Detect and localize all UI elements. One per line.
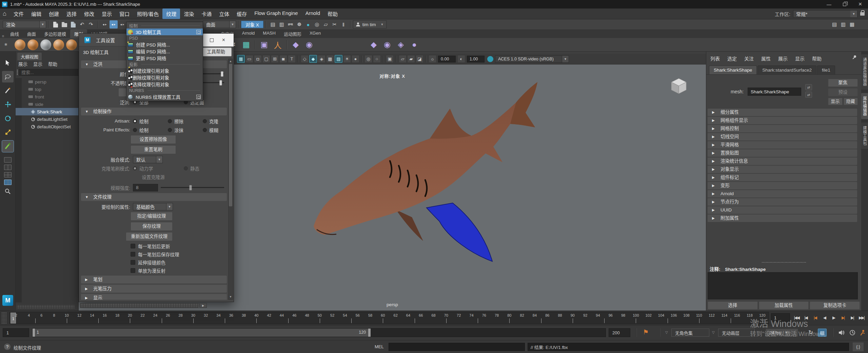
ae-tab-Shark:SharkShape[interactable]: Shark:SharkShape — [709, 66, 757, 74]
xgen-guides-icon[interactable]: ◉ — [303, 39, 315, 51]
script-editor-icon[interactable]: {;} — [852, 342, 864, 352]
outliner-item-persp[interactable]: persp — [16, 78, 78, 86]
lasso-tool-icon[interactable] — [2, 71, 14, 82]
mute-audio-icon[interactable] — [837, 329, 846, 337]
layout-persp-outliner-icon[interactable] — [4, 180, 12, 185]
window-minimize-icon[interactable] — [210, 38, 214, 42]
gate-mask-icon[interactable]: ▢ — [262, 55, 270, 63]
set-clone-source-button[interactable]: 设置克隆源 — [131, 173, 176, 182]
live-surface-dropdown[interactable]: 曲面▼ — [203, 21, 236, 28]
menu-选择[interactable]: 选择 — [63, 8, 80, 19]
hide-button[interactable]: 隐藏 — [844, 98, 858, 105]
play-backwards-button[interactable]: ◀ — [820, 313, 829, 322]
xgen-modifier-icon[interactable]: ◈ — [395, 39, 407, 51]
hypershade-icon[interactable]: ● — [304, 20, 312, 29]
render-settings-icon[interactable]: ☸ — [295, 20, 303, 29]
menuset-dropdown[interactable]: 渲染▼ — [3, 21, 46, 28]
shelf-tab-Arnold[interactable]: Arnold — [238, 30, 259, 38]
menu-文件[interactable]: 文件 — [10, 8, 27, 19]
character-set-dropdown[interactable]: 无角色集 — [671, 329, 709, 337]
range-slider[interactable]: 1 120 — [32, 328, 606, 337]
menu-Arnold[interactable]: Arnold — [302, 8, 324, 19]
select-object-icon[interactable]: ⬩➤ — [110, 20, 118, 29]
select-component-icon[interactable]: ⬩➤ — [118, 20, 126, 29]
menu-item-psd-update[interactable]: 更新 PSD 网络 — [126, 55, 203, 61]
shelf-tab-MASH[interactable]: MASH — [259, 30, 280, 38]
menu-编辑[interactable]: 编辑 — [27, 8, 45, 19]
loop-playback-icon[interactable]: ↻ — [808, 329, 813, 336]
outliner-item-front[interactable]: front — [16, 93, 78, 100]
rotate-tool-icon[interactable] — [2, 113, 14, 124]
menu-Flow Graph Engine[interactable]: Flow Graph Engine — [251, 8, 301, 19]
复制选项卡-button[interactable]: 复制选项卡 — [810, 301, 860, 310]
redo-icon[interactable]: ↷ — [87, 20, 95, 29]
clone-static-radio[interactable]: 静态 — [184, 165, 219, 172]
step-forward-key-button[interactable]: ▶| — [839, 313, 847, 322]
outliner-item-side[interactable]: side — [16, 100, 78, 108]
pfx-smear-radio[interactable]: 涂抹 — [168, 127, 203, 133]
step-forward-frame-button[interactable]: ▶| — [848, 313, 856, 322]
tool-help-button[interactable]: 工具帮助 — [200, 48, 232, 56]
animation-layer-dropdown[interactable]: 无动画层 — [718, 329, 755, 337]
ae-section-节点行为[interactable]: 节点行为 — [708, 198, 857, 206]
笔划-section-header[interactable]: 笔划 — [81, 276, 227, 283]
option-box-icon[interactable] — [196, 30, 201, 34]
undo-icon[interactable]: ↶ — [78, 20, 86, 29]
pin-icon[interactable] — [852, 55, 856, 60]
menu-item-texref-delete[interactable]: 删除纹理引用对象 — [126, 74, 203, 81]
加载属性-button[interactable]: 加载属性 — [759, 301, 809, 310]
exposure-field[interactable]: 0.00 — [438, 56, 456, 62]
animation-start-field[interactable]: 1 — [3, 328, 29, 337]
use-all-lights-icon[interactable]: ☀ — [343, 55, 351, 63]
notes-textarea[interactable] — [708, 272, 858, 299]
ae-menu-属性[interactable]: 属性 — [761, 55, 771, 62]
menu-item-texref-create[interactable]: 创建纹理引用对象 — [126, 67, 203, 74]
field-chart-icon[interactable]: ⊞ — [271, 55, 279, 63]
mash-editor-icon[interactable]: ▦ — [240, 39, 252, 51]
outliner-menu-帮助[interactable]: 帮助 — [48, 60, 57, 67]
shark-model[interactable] — [288, 77, 559, 267]
checkered-icon[interactable]: ▨ — [335, 55, 342, 63]
ae-section-切线空间[interactable]: 切线空间 — [708, 133, 857, 141]
menu-item-paint-tool[interactable]: 3D 绘制工具 — [126, 29, 203, 35]
wireframe-icon[interactable]: ◇ — [301, 55, 309, 63]
symmetry-field[interactable]: 对象 X — [241, 21, 263, 28]
menu-纹理[interactable]: 纹理 — [162, 8, 180, 19]
resolution-gate-icon[interactable]: ◘ — [254, 55, 262, 63]
ae-menu-显示[interactable]: 显示 — [795, 55, 805, 62]
file-texture-section-header[interactable]: 文件纹理 — [81, 193, 227, 201]
presets-button[interactable]: 预设 — [828, 88, 858, 96]
current-tool-3d-paint-icon[interactable] — [2, 141, 14, 152]
xgen-window-icon[interactable]: ▣ — [258, 39, 270, 51]
ae-section-对象显示[interactable]: 对象显示 — [708, 166, 857, 173]
menu-item-texref-select[interactable]: 选择纹理引用对象 — [126, 81, 203, 88]
open-scene-icon[interactable] — [60, 20, 68, 29]
show-button[interactable]: 显示 — [828, 98, 843, 105]
ae-menu-选定[interactable]: 选定 — [727, 55, 737, 62]
account-dropdown[interactable]: tim tim ▼ — [353, 20, 387, 29]
outliner-tab[interactable]: 大纲视图 — [17, 53, 42, 60]
smooth-tool-icon[interactable] — [27, 39, 38, 50]
view-cube[interactable] — [669, 77, 688, 96]
ae-tab-file1[interactable]: file1 — [817, 66, 835, 74]
menu-卡通[interactable]: 卡通 — [198, 8, 215, 19]
artisan-clone-radio[interactable]: 克隆 — [203, 118, 227, 125]
exposure-icon[interactable]: ☼ — [429, 55, 436, 63]
cached-playback-icon[interactable] — [848, 329, 856, 337]
shelf-menu-icon[interactable]: ≡ — [0, 34, 6, 38]
dock-tab-建模工具包[interactable]: 建模工具包 — [861, 123, 868, 149]
ae-menu-展示[interactable]: 展示 — [778, 55, 788, 62]
menu-创建[interactable]: 创建 — [45, 8, 63, 19]
menu-item-psd-edit[interactable]: 编辑 PSD 网络... — [126, 48, 203, 55]
film-gate-icon[interactable]: ▭ — [245, 55, 253, 63]
xray-joints-icon[interactable]: ▰ — [407, 55, 415, 63]
playblast-icon[interactable]: ▤ — [818, 329, 827, 337]
blur-strength-field[interactable]: 8 — [133, 184, 158, 191]
ae-menu-关注[interactable]: 关注 — [744, 55, 754, 62]
ae-section-网格组件显示[interactable]: 网格组件显示 — [708, 117, 857, 124]
attribute-to-paint-dropdown[interactable]: 基础颜色▼ — [133, 203, 173, 210]
animation-end-field[interactable]: 200 — [609, 328, 630, 337]
blend-mode-dropdown[interactable]: 默认▼ — [133, 156, 163, 163]
checkbox-延伸接缝颜色[interactable]: 延伸接缝颜色 — [131, 259, 227, 266]
outliner-item-top[interactable]: top — [16, 86, 78, 93]
